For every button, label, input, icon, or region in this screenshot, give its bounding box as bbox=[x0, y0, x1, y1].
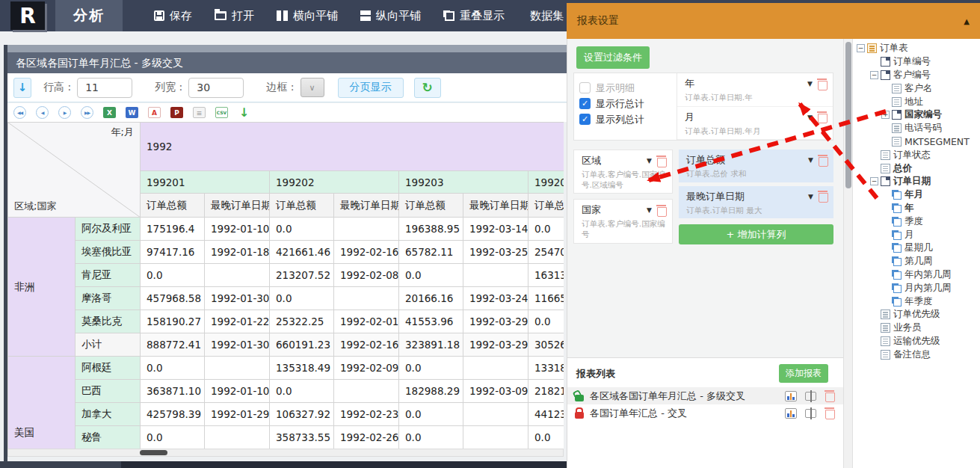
hscroll-thumb[interactable] bbox=[140, 450, 167, 455]
tree-node-订单表[interactable]: −订单表 bbox=[853, 42, 980, 55]
excel-export-icon[interactable]: X bbox=[103, 107, 116, 118]
tree-node-订单日期[interactable]: −订单日期 bbox=[853, 175, 980, 188]
data-cell: 0.0 bbox=[399, 264, 463, 287]
table-horizontal-scrollbar[interactable] bbox=[7, 449, 564, 457]
tree-node-月内第几周[interactable]: 月内第几周 bbox=[853, 281, 980, 295]
add-report-button[interactable]: 添加报表 bbox=[779, 364, 828, 383]
dataset-button[interactable]: 数据集 bbox=[530, 9, 564, 23]
panel-vertical-scrollbar[interactable] bbox=[843, 39, 853, 468]
row-height-input[interactable] bbox=[77, 78, 132, 98]
field-dropdown-caret-icon[interactable]: ▼ bbox=[647, 157, 656, 164]
delete-field-icon[interactable] bbox=[818, 155, 828, 166]
chart-icon[interactable] bbox=[785, 391, 797, 401]
tile-horizontal-button[interactable]: 横向平铺 bbox=[277, 9, 338, 23]
set-filter-button[interactable]: 设置过滤条件 bbox=[576, 46, 650, 69]
row-arrow-button[interactable]: ↓ bbox=[13, 78, 31, 98]
rename-icon[interactable] bbox=[805, 392, 816, 401]
field-dropdown-caret-icon[interactable]: ▼ bbox=[808, 156, 818, 164]
chart-icon[interactable] bbox=[785, 408, 797, 419]
tree-node-星期几[interactable]: 星期几 bbox=[853, 241, 980, 255]
collapse-panel-icon[interactable]: ▲ bbox=[964, 17, 970, 25]
open-button[interactable]: 打开 bbox=[215, 9, 254, 23]
checkbox-checked-icon[interactable]: ✓ bbox=[579, 114, 591, 125]
field-dropdown-caret-icon[interactable]: ▼ bbox=[807, 114, 817, 121]
tree-node-月[interactable]: 月 bbox=[853, 228, 980, 241]
field-dropdown-caret-icon[interactable]: ▼ bbox=[807, 80, 817, 87]
tree-node-客户名[interactable]: 客户名 bbox=[853, 81, 980, 95]
row-field-card[interactable]: 区域▼订单表.客户编号.国家编号.区域编号 bbox=[573, 150, 673, 194]
word-export-icon[interactable]: W bbox=[126, 107, 138, 118]
prev-page-icon[interactable]: ◀ bbox=[36, 106, 49, 119]
delete-field-icon[interactable] bbox=[817, 111, 827, 123]
download-icon[interactable]: ↓ bbox=[238, 107, 250, 118]
tree-node-年月[interactable]: 年月 bbox=[853, 188, 980, 202]
derived-field-icon bbox=[892, 297, 902, 307]
delete-report-icon[interactable] bbox=[825, 390, 834, 401]
overlap-button[interactable]: 重叠显示 bbox=[443, 9, 505, 23]
tree-node-年季度[interactable]: 年季度 bbox=[853, 295, 980, 308]
last-page-icon[interactable]: ▶▶ bbox=[81, 106, 93, 119]
expand-node-icon[interactable]: + bbox=[881, 111, 890, 119]
delete-field-icon[interactable] bbox=[817, 78, 827, 90]
field-dropdown-caret-icon[interactable]: ▼ bbox=[647, 206, 656, 214]
column-field-card[interactable]: 年▼订单表.订单日期.年 bbox=[677, 73, 833, 107]
collapse-node-icon[interactable]: − bbox=[870, 71, 878, 79]
measure-field-card[interactable]: 订单总额▼订单表.总价 求和 bbox=[679, 150, 833, 182]
checkbox-unchecked-icon[interactable] bbox=[579, 82, 591, 93]
tab-analysis[interactable]: 分析 bbox=[55, 0, 123, 31]
tree-node-业务员[interactable]: 业务员 bbox=[853, 321, 980, 335]
region-cell: 美国 bbox=[8, 357, 75, 449]
tree-node-运输优先级[interactable]: 运输优先级 bbox=[853, 335, 980, 348]
data-cell: 1992-01-22 bbox=[205, 310, 270, 333]
tree-node-MKTSEGMENT[interactable]: MKTSEGMENT bbox=[853, 135, 980, 149]
delete-field-icon[interactable] bbox=[656, 205, 666, 216]
print-icon[interactable]: P bbox=[170, 107, 183, 118]
vscroll-thumb[interactable] bbox=[845, 42, 851, 188]
report-list-item[interactable]: 各国订单年汇总 - 交叉 bbox=[567, 404, 843, 422]
blank-doc-icon[interactable]: ≡ bbox=[193, 107, 206, 118]
data-cell: 1992-03-09 bbox=[463, 380, 528, 403]
tile-vertical-button[interactable]: 纵向平铺 bbox=[360, 9, 421, 23]
first-page-icon[interactable]: ◀◀ bbox=[13, 106, 26, 119]
field-dropdown-caret-icon[interactable]: ▼ bbox=[808, 193, 818, 200]
delete-field-icon[interactable] bbox=[818, 191, 828, 202]
tree-node-label: 订单编号 bbox=[893, 55, 931, 68]
tree-node-客户编号[interactable]: −客户编号 bbox=[853, 69, 980, 82]
col-width-input[interactable] bbox=[188, 78, 244, 98]
csv-export-icon[interactable]: CSV bbox=[215, 107, 228, 118]
open-button-label: 打开 bbox=[232, 9, 254, 23]
collapse-node-icon[interactable]: − bbox=[857, 44, 865, 52]
tree-node-电话号码[interactable]: 电话号码 bbox=[853, 122, 980, 135]
column-field-card[interactable]: 月▼订单表.订单日期.年月 bbox=[677, 107, 833, 141]
tree-node-年[interactable]: 年 bbox=[853, 202, 980, 215]
tree-node-订单优先级[interactable]: 订单优先级 bbox=[853, 308, 980, 321]
measure-header-cell: 最晚订单日期 bbox=[205, 194, 270, 218]
save-button[interactable]: 保存 bbox=[154, 9, 192, 23]
collapse-node-icon[interactable]: − bbox=[870, 177, 878, 185]
tree-node-备注信息[interactable]: 备注信息 bbox=[853, 348, 980, 361]
delete-field-icon[interactable] bbox=[656, 156, 666, 167]
tree-node-季度[interactable]: 季度 bbox=[853, 215, 980, 228]
tree-node-年内第几周[interactable]: 年内第几周 bbox=[853, 268, 980, 282]
tree-node-订单编号[interactable]: 订单编号 bbox=[853, 55, 980, 69]
data-cell bbox=[205, 264, 270, 287]
report-list-item[interactable]: 各区域各国订单年月汇总 - 多级交叉 bbox=[567, 387, 843, 404]
tree-node-总价[interactable]: 总价 bbox=[853, 161, 980, 175]
tree-node-订单状态[interactable]: 订单状态 bbox=[853, 148, 980, 161]
tree-node-地址[interactable]: 地址 bbox=[853, 95, 980, 108]
pdf-export-icon[interactable]: A bbox=[148, 107, 161, 118]
add-calc-column-button[interactable]: + 增加计算列 bbox=[679, 224, 833, 244]
row-field-card[interactable]: 国家▼订单表.客户编号.国家编号 bbox=[573, 199, 673, 243]
border-dropdown[interactable]: ∨ bbox=[301, 78, 324, 97]
next-page-icon[interactable]: ▶ bbox=[58, 106, 71, 119]
tree-node-国家编号[interactable]: +国家编号 bbox=[853, 108, 980, 122]
paging-button[interactable]: 分页显示 bbox=[338, 78, 404, 98]
delete-report-icon[interactable] bbox=[825, 407, 834, 419]
rename-icon[interactable] bbox=[805, 409, 816, 418]
region-cell: 非洲 bbox=[8, 218, 75, 357]
tree-node-第几周[interactable]: 第几周 bbox=[853, 255, 980, 268]
checkbox-checked-icon[interactable]: ✓ bbox=[579, 98, 591, 109]
country-cell: 小计 bbox=[75, 333, 141, 357]
refresh-button[interactable]: ↻ bbox=[414, 78, 441, 98]
measure-field-card[interactable]: 最晚订单日期▼订单表.订单日期 最大 bbox=[679, 186, 833, 219]
